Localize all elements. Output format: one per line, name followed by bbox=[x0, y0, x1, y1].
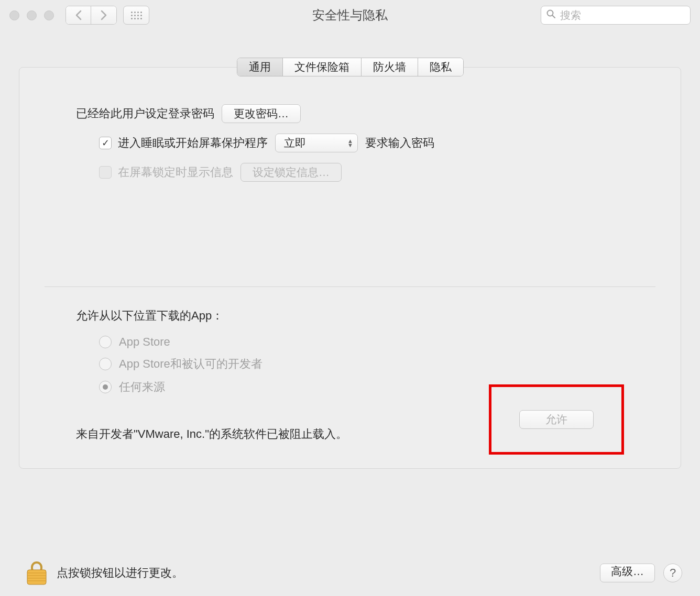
require-password-row: ✓ 进入睡眠或开始屏幕保护程序 立即 ▲▼ 要求输入密码 bbox=[99, 134, 644, 152]
chevron-left-icon bbox=[75, 10, 82, 20]
show-message-label: 在屏幕锁定时显示信息 bbox=[118, 164, 233, 180]
show-all-button[interactable] bbox=[123, 6, 149, 25]
require-password-prefix: 进入睡眠或开始屏幕保护程序 bbox=[118, 135, 268, 151]
search-icon bbox=[546, 9, 556, 21]
window-title: 安全性与隐私 bbox=[312, 7, 388, 24]
allow-apps-label: 允许从以下位置下载的App： bbox=[76, 308, 644, 324]
require-password-timing-select[interactable]: 立即 ▲▼ bbox=[275, 134, 358, 152]
footer: 点按锁按钮以进行更改。 高级… ? bbox=[25, 560, 682, 586]
radio-anywhere[interactable] bbox=[99, 381, 112, 393]
grid-icon bbox=[131, 12, 142, 19]
allow-button[interactable]: 允许 bbox=[519, 410, 594, 429]
search-box[interactable] bbox=[541, 6, 691, 25]
highlight-annotation: 允许 bbox=[489, 384, 624, 455]
blocked-software-message: 来自开发者"VMware, Inc."的系统软件已被阻止载入。 bbox=[76, 426, 347, 442]
require-password-suffix: 要求输入密码 bbox=[365, 135, 434, 151]
tab-bar: 通用 文件保险箱 防火墙 隐私 bbox=[0, 58, 700, 76]
minimize-window-button[interactable] bbox=[27, 10, 37, 20]
password-set-row: 已经给此用户设定登录密码 更改密码… bbox=[76, 104, 644, 123]
help-button[interactable]: ? bbox=[663, 564, 682, 582]
general-panel: 已经给此用户设定登录密码 更改密码… ✓ 进入睡眠或开始屏幕保护程序 立即 ▲▼… bbox=[19, 67, 681, 469]
change-password-button[interactable]: 更改密码… bbox=[222, 104, 301, 123]
radio-row-identified: App Store和被认可的开发者 bbox=[99, 356, 644, 372]
nav-forward-button[interactable] bbox=[91, 6, 116, 24]
svg-rect-3 bbox=[27, 570, 46, 584]
tab-general[interactable]: 通用 bbox=[237, 58, 283, 76]
select-arrows-icon: ▲▼ bbox=[347, 139, 353, 147]
radio-identified-label: App Store和被认可的开发者 bbox=[119, 356, 262, 372]
chevron-right-icon bbox=[100, 10, 107, 20]
set-lock-message-button: 设定锁定信息… bbox=[240, 163, 342, 182]
advanced-button[interactable]: 高级… bbox=[600, 564, 655, 582]
tab-privacy[interactable]: 隐私 bbox=[418, 58, 463, 76]
radio-identified[interactable] bbox=[99, 358, 112, 370]
search-input[interactable] bbox=[560, 9, 693, 21]
tab-firewall[interactable]: 防火墙 bbox=[362, 58, 418, 76]
close-window-button[interactable] bbox=[9, 10, 19, 20]
require-password-checkbox[interactable]: ✓ bbox=[99, 137, 112, 149]
titlebar: 安全性与隐私 bbox=[0, 0, 700, 30]
lock-text: 点按锁按钮以进行更改。 bbox=[57, 565, 600, 581]
radio-appstore[interactable] bbox=[99, 336, 112, 348]
window-controls bbox=[9, 10, 54, 20]
require-password-timing-value: 立即 bbox=[284, 136, 306, 150]
show-message-checkbox[interactable] bbox=[99, 166, 112, 179]
tab-filevault[interactable]: 文件保险箱 bbox=[283, 58, 362, 76]
radio-anywhere-label: 任何来源 bbox=[119, 379, 165, 395]
zoom-window-button[interactable] bbox=[44, 10, 54, 20]
nav-buttons bbox=[65, 6, 117, 25]
show-message-row: 在屏幕锁定时显示信息 设定锁定信息… bbox=[99, 163, 644, 182]
svg-line-1 bbox=[553, 15, 555, 18]
radio-appstore-label: App Store bbox=[119, 335, 170, 349]
radio-row-appstore: App Store bbox=[99, 335, 644, 349]
nav-back-button[interactable] bbox=[66, 6, 91, 24]
divider bbox=[45, 286, 655, 287]
password-set-label: 已经给此用户设定登录密码 bbox=[76, 106, 214, 122]
lock-icon[interactable] bbox=[25, 560, 48, 586]
